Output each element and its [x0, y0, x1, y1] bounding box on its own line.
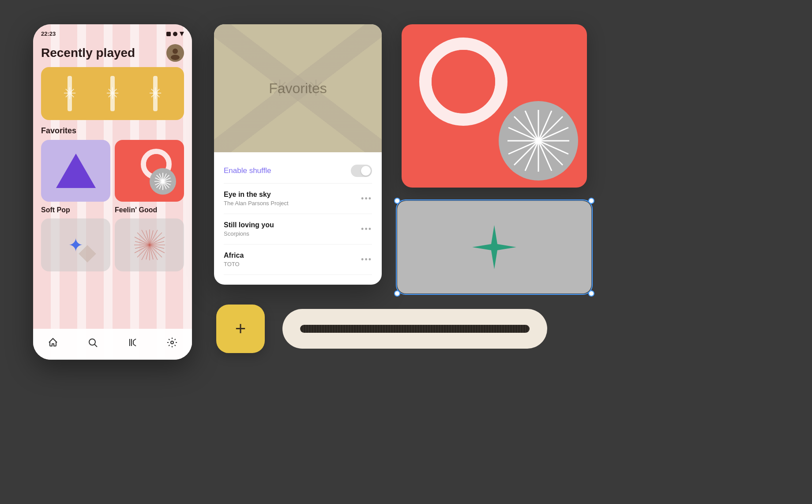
soft-pop-label: Soft Pop — [41, 206, 110, 214]
pill-progress-bar — [300, 325, 530, 333]
playlist-grid — [41, 140, 184, 202]
song-more-3[interactable]: ••• — [361, 255, 372, 264]
handle-bl[interactable] — [394, 290, 400, 297]
soft-pop-card[interactable] — [41, 140, 110, 202]
svg-point-24 — [89, 339, 95, 345]
starburst-svg — [503, 105, 574, 176]
handle-tl[interactable] — [394, 198, 400, 204]
svg-line-28 — [133, 339, 136, 341]
svg-line-29 — [133, 344, 136, 346]
shuffle-label: Enable shuffle — [224, 166, 271, 175]
gray-star-card[interactable] — [397, 201, 591, 293]
song-title-3: Africa — [224, 252, 244, 260]
toggle-knob — [361, 166, 371, 176]
song-info-3: Africa TOTO — [224, 252, 244, 267]
ring-inner-fill — [432, 50, 495, 113]
bottom-card-2[interactable] — [115, 218, 184, 271]
pill-bar — [282, 309, 547, 349]
song-more-1[interactable]: ••• — [361, 194, 372, 203]
song-row-1: Eye in the sky The Alan Parsons Project … — [224, 184, 372, 214]
song-info-1: Eye in the sky The Alan Parsons Project — [224, 191, 289, 207]
add-button[interactable]: + — [216, 305, 265, 353]
card-labels: Soft Pop Feelin' Good — [41, 206, 184, 214]
teal-star-icon — [470, 223, 519, 271]
song-artist-2: Scorpions — [224, 230, 274, 237]
svg-point-1 — [171, 55, 180, 60]
bottom-grid: ✦ — [41, 218, 184, 271]
favorites-label: Favorites — [33, 124, 192, 140]
status-icon-square — [166, 32, 171, 36]
status-icon-triangle — [180, 32, 184, 36]
song-more-2[interactable]: ••• — [361, 225, 372, 234]
red-card — [402, 24, 587, 188]
svg-line-25 — [95, 345, 98, 347]
card-body: Enable shuffle Eye in the sky The Alan P… — [214, 152, 382, 283]
card-image-label: Favorites — [269, 80, 327, 97]
bottom-card-1[interactable]: ✦ — [41, 218, 110, 271]
song-title-1: Eye in the sky — [224, 191, 289, 199]
big-starburst-icon — [499, 101, 578, 181]
svg-point-0 — [173, 49, 178, 54]
nav-home[interactable] — [48, 337, 58, 348]
plus-icon: + — [235, 320, 246, 338]
song-row-3: Africa TOTO ••• — [224, 244, 372, 275]
nav-library[interactable] — [127, 337, 138, 348]
shuffle-toggle[interactable] — [351, 165, 372, 177]
handle-br[interactable] — [588, 290, 594, 297]
phone-header: Recently played — [33, 37, 192, 67]
status-icon-dot — [173, 32, 177, 36]
status-time: 22:23 — [41, 30, 56, 37]
sunburst-pink-icon — [132, 227, 167, 263]
feelin-good-label: Feelin' Good — [115, 206, 184, 214]
status-bar: 22:23 — [33, 24, 192, 37]
avatar[interactable] — [166, 44, 184, 62]
song-info-2: Still loving you Scorpions — [224, 221, 274, 237]
favorites-popup-card: ✳ ✳ Favorites Enable shuffle Eye in the … — [214, 24, 382, 285]
song-artist-3: TOTO — [224, 261, 244, 267]
card-image: ✳ ✳ Favorites — [214, 24, 382, 152]
starburst-icon — [150, 168, 176, 195]
phone-mockup: 22:23 Recently played ✳ ✳ ✳ — [33, 24, 192, 360]
song-artist-1: The Alan Parsons Project — [224, 200, 289, 207]
song-title-2: Still loving you — [224, 221, 274, 229]
nav-search[interactable] — [87, 337, 98, 348]
triangle-icon — [56, 154, 96, 188]
bottom-nav — [33, 329, 192, 360]
shuffle-row: Enable shuffle — [224, 160, 372, 184]
feelin-good-card[interactable] — [115, 140, 184, 202]
page-title: Recently played — [41, 46, 135, 60]
favorites-card[interactable]: ✳ ✳ ✳ — [41, 67, 184, 120]
song-row-2: Still loving you Scorpions ••• — [224, 214, 372, 244]
status-icons — [166, 32, 184, 36]
handle-tr[interactable] — [588, 198, 594, 204]
svg-point-31 — [171, 341, 173, 344]
nav-settings[interactable] — [167, 337, 177, 348]
